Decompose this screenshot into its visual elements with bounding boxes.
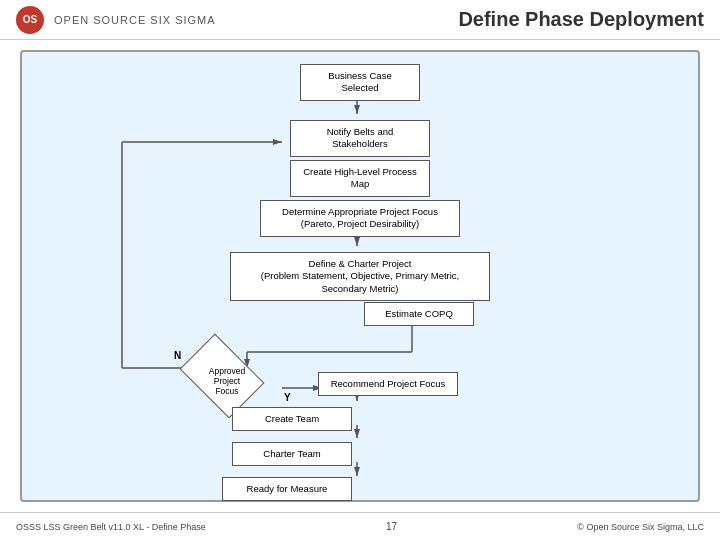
define-line1: Define & Charter Project	[309, 258, 412, 269]
y-label: Y	[284, 392, 291, 403]
determine-line2: (Pareto, Project Desirability)	[301, 218, 419, 229]
box-charter-team: Charter Team	[232, 442, 352, 466]
box-business-case: Business Case Selected	[300, 64, 420, 101]
footer-left: OSSS LSS Green Belt v11.0 XL - Define Ph…	[16, 522, 206, 532]
header: OS OPEN SOURCE SIX SIGMA Define Phase De…	[0, 0, 720, 40]
diamond-line1: Approved	[209, 366, 245, 376]
decision-diamond: Approved Project Focus	[177, 346, 277, 416]
box-notify-belts: Notify Belts and Stakeholders	[290, 120, 430, 157]
diamond-label: Approved Project Focus	[192, 366, 262, 397]
n-label: N	[174, 350, 181, 361]
main-content: Business Case Selected Notify Belts and …	[0, 40, 720, 512]
determine-line1: Determine Appropriate Project Focus	[282, 206, 438, 217]
footer-right: © Open Source Six Sigma, LLC	[577, 522, 704, 532]
page-title: Define Phase Deployment	[458, 8, 704, 31]
box-define-charter: Define & Charter Project (Problem Statem…	[230, 252, 490, 301]
box-determine-focus: Determine Appropriate Project Focus (Par…	[260, 200, 460, 237]
footer-page-number: 17	[386, 521, 397, 532]
box-recommend-focus: Recommend Project Focus	[318, 372, 458, 396]
box-create-process-map: Create High-Level Process Map	[290, 160, 430, 197]
diamond-line3: Focus	[215, 386, 238, 396]
diamond-line2: Project	[214, 376, 240, 386]
box-ready-measure: Ready for Measure	[222, 477, 352, 501]
box-estimate-copq: Estimate COPQ	[364, 302, 474, 326]
box-create-team: Create Team	[232, 407, 352, 431]
brand-text: OPEN SOURCE SIX SIGMA	[54, 14, 216, 26]
define-line2: (Problem Statement, Objective, Primary M…	[261, 270, 460, 293]
flowchart: Business Case Selected Notify Belts and …	[20, 50, 700, 502]
logo-icon: OS	[16, 6, 44, 34]
footer: OSSS LSS Green Belt v11.0 XL - Define Ph…	[0, 512, 720, 540]
